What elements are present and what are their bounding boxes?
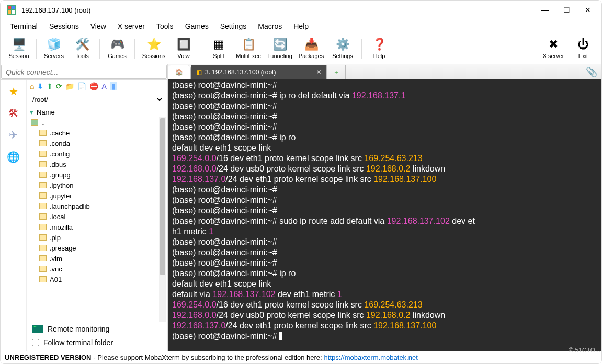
list-item[interactable]: .vnc bbox=[31, 264, 167, 274]
status-link[interactable]: https://mobaxterm.mobatek.net bbox=[324, 354, 418, 361]
multiexec-button[interactable]: 📋MultiExec bbox=[233, 33, 264, 64]
list-item[interactable]: .local bbox=[31, 211, 167, 222]
download-icon[interactable]: ⬇ bbox=[37, 82, 43, 90]
list-item[interactable]: .ipython bbox=[31, 180, 167, 190]
folder-icon bbox=[39, 234, 47, 241]
list-item[interactable]: .conda bbox=[31, 138, 167, 149]
folder-icon bbox=[39, 266, 47, 272]
terminal[interactable]: (base) root@davinci-mini:~# (base) root@… bbox=[168, 79, 601, 351]
name-header[interactable]: Name bbox=[37, 108, 55, 116]
packages-button[interactable]: 📥Packages bbox=[296, 33, 327, 64]
maximize-button[interactable]: ☐ bbox=[563, 6, 570, 14]
term-line: (base) root@davinci-mini:~# bbox=[172, 206, 597, 216]
folder-icon bbox=[39, 276, 47, 282]
games-button[interactable]: 🎮Games bbox=[103, 33, 131, 64]
tab-session[interactable]: ◧ 3. 192.168.137.100 (root) × bbox=[191, 65, 327, 79]
tab-close-icon[interactable]: × bbox=[316, 67, 321, 77]
term-line: 192.168.0.0/24 dev usb0 proto kernel sco… bbox=[172, 164, 597, 174]
tools-button[interactable]: 🛠️Tools bbox=[68, 33, 96, 64]
send-icon[interactable]: ✈ bbox=[9, 129, 18, 141]
column-header: ▾ Name bbox=[27, 107, 167, 117]
list-item[interactable]: A01 bbox=[31, 274, 167, 285]
settings-button[interactable]: ⚙️Settings bbox=[327, 33, 358, 64]
list-item[interactable]: .gnupg bbox=[31, 169, 167, 180]
view-button[interactable]: 🔲View bbox=[169, 33, 198, 64]
terminal-area: 🏠 ◧ 3. 192.168.137.100 (root) × ＋ 📎 (bas… bbox=[168, 64, 601, 351]
path-row: /root/ bbox=[27, 93, 167, 107]
follow-checkbox[interactable] bbox=[32, 339, 39, 346]
svg-rect-4 bbox=[12, 10, 15, 14]
tunneling-button[interactable]: 🔄Tunneling bbox=[264, 33, 296, 64]
new-file-icon[interactable]: 📄 bbox=[77, 82, 86, 90]
svg-rect-3 bbox=[8, 10, 11, 14]
remote-monitoring[interactable]: Remote monitoring bbox=[27, 322, 167, 336]
sessions-button[interactable]: ⭐Sessions bbox=[138, 33, 169, 64]
globe-icon[interactable]: 🌐 bbox=[7, 151, 20, 163]
menu-settings[interactable]: Settings bbox=[220, 22, 247, 30]
unregistered-label: UNREGISTERED VERSION bbox=[5, 354, 91, 361]
split-button[interactable]: ▦Split bbox=[205, 33, 233, 64]
menu-sessions[interactable]: Sessions bbox=[49, 22, 79, 30]
menu-macros[interactable]: Macros bbox=[258, 22, 282, 30]
menu-view[interactable]: View bbox=[90, 22, 106, 30]
delete-icon[interactable]: ⛔ bbox=[89, 82, 98, 90]
tab-home[interactable]: 🏠 bbox=[168, 65, 191, 79]
term-line: 192.168.0.0/24 dev usb0 proto kernel sco… bbox=[172, 310, 597, 321]
path-select[interactable]: /root/ bbox=[30, 94, 164, 105]
toolbar: 🖥️Session🧊Servers🛠️Tools🎮Games⭐Sessions🔲… bbox=[1, 33, 601, 64]
home-icon[interactable]: ⌂ bbox=[30, 82, 34, 90]
term-line: (base) root@davinci-mini:~# bbox=[172, 185, 597, 195]
follow-terminal-row[interactable]: Follow terminal folder bbox=[27, 336, 167, 351]
list-item[interactable]: .launchpadlib bbox=[31, 201, 167, 211]
folder-icon bbox=[31, 119, 38, 126]
list-item[interactable]: .presage bbox=[31, 243, 167, 253]
minimize-button[interactable]: — bbox=[541, 6, 549, 14]
close-button[interactable]: ✕ bbox=[585, 6, 591, 14]
star-icon[interactable]: ★ bbox=[9, 85, 18, 98]
file-scrollbar[interactable] bbox=[159, 117, 166, 322]
upload-icon[interactable]: ⬆ bbox=[47, 82, 53, 90]
menu-games[interactable]: Games bbox=[185, 22, 209, 30]
term-line: (base) root@davinci-mini:~# bbox=[172, 258, 597, 268]
list-item[interactable]: .vim bbox=[31, 253, 167, 264]
parent-dir[interactable]: .. bbox=[31, 117, 167, 128]
session-tab-label: 3. 192.168.137.100 (root) bbox=[205, 69, 276, 76]
menu-terminal[interactable]: Terminal bbox=[10, 22, 38, 30]
list-item[interactable]: .mozilla bbox=[31, 222, 167, 232]
exit-icon: ⏻ bbox=[577, 38, 589, 51]
list-item[interactable]: .cache bbox=[31, 128, 167, 138]
clip-icon[interactable]: 📎 bbox=[586, 66, 597, 78]
multiexec-icon: 📋 bbox=[242, 38, 256, 51]
menu-tools[interactable]: Tools bbox=[156, 22, 174, 30]
term-line: (base) root@davinci-mini:~# ip ro del de… bbox=[172, 90, 597, 101]
session-button[interactable]: 🖥️Session bbox=[5, 33, 33, 64]
help-button[interactable]: ❓Help bbox=[365, 33, 393, 64]
remote-monitoring-label: Remote monitoring bbox=[48, 325, 109, 333]
properties-icon[interactable]: ▮ bbox=[110, 82, 117, 90]
tab-new[interactable]: ＋ bbox=[327, 65, 346, 79]
collapse-icon[interactable]: ▾ bbox=[30, 108, 33, 116]
servers-button[interactable]: 🧊Servers bbox=[40, 33, 68, 64]
list-item[interactable]: .dbus bbox=[31, 159, 167, 169]
menu-help[interactable]: Help bbox=[293, 22, 309, 30]
x-server-button[interactable]: ✖X server bbox=[538, 33, 569, 64]
svg-rect-2 bbox=[12, 6, 15, 9]
tools-icon[interactable]: 🛠 bbox=[8, 107, 19, 119]
list-item[interactable]: .pip bbox=[31, 232, 167, 243]
folder-icon bbox=[39, 151, 47, 157]
app-icon bbox=[7, 5, 16, 15]
term-line: 192.168.137.0/24 dev eth1 proto kernel s… bbox=[172, 174, 597, 185]
quick-connect-input[interactable] bbox=[1, 65, 167, 79]
folder-icon bbox=[39, 161, 47, 167]
folder-icon bbox=[39, 255, 47, 261]
packages-icon: 📥 bbox=[304, 38, 319, 51]
edit-icon[interactable]: A bbox=[101, 82, 106, 90]
refresh-icon[interactable]: ⟳ bbox=[56, 82, 62, 90]
exit-button[interactable]: ⏻Exit bbox=[569, 33, 597, 64]
list-item[interactable]: .config bbox=[31, 149, 167, 159]
new-folder-icon[interactable]: 📁 bbox=[65, 82, 74, 90]
list-item[interactable]: .jupyter bbox=[31, 190, 167, 201]
status-bar: UNREGISTERED VERSION - Please support Mo… bbox=[1, 351, 601, 363]
menu-x-server[interactable]: X server bbox=[118, 22, 145, 30]
folder-icon bbox=[39, 130, 47, 136]
